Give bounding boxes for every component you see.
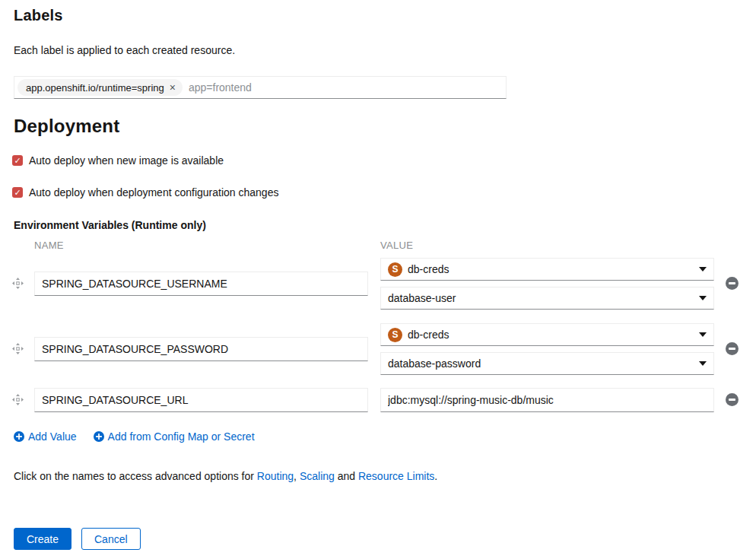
auto-deploy-image-label[interactable]: Auto deploy when new image is available: [29, 154, 224, 167]
chevron-down-icon: [699, 361, 707, 366]
env-resource-select[interactable]: S db-creds: [380, 258, 714, 281]
env-name-input[interactable]: [34, 272, 368, 296]
chevron-down-icon: [699, 332, 707, 337]
auto-deploy-config-row: ✓ Auto deploy when deployment configurat…: [12, 186, 278, 199]
drag-handle-icon[interactable]: [12, 343, 24, 354]
plus-circle-icon: [94, 431, 104, 442]
deployment-section-title: Deployment: [14, 116, 119, 137]
advanced-options-text: Click on the names to access advanced op…: [14, 470, 437, 482]
env-vars-title: Environment Variables (Runtime only): [14, 219, 206, 231]
add-from-config-map-label: Add from Config Map or Secret: [108, 430, 255, 443]
env-name-input[interactable]: [34, 337, 368, 361]
labels-tag-input[interactable]: app.openshift.io/runtime=spring ×: [14, 76, 507, 99]
scaling-link[interactable]: Scaling: [300, 470, 335, 482]
remove-tag-icon[interactable]: ×: [170, 82, 176, 93]
env-add-actions: Add Value Add from Config Map or Secret: [14, 430, 255, 443]
remove-env-var-button[interactable]: [726, 393, 739, 406]
drag-handle-icon[interactable]: [12, 394, 24, 405]
resource-limits-link[interactable]: Resource Limits: [358, 470, 434, 482]
labels-description: Each label is applied to each created re…: [14, 44, 235, 56]
add-value-link[interactable]: Add Value: [14, 430, 77, 443]
env-value-input[interactable]: [380, 388, 714, 412]
labels-text-input[interactable]: [189, 81, 503, 94]
cancel-button[interactable]: Cancel: [81, 528, 141, 550]
add-value-label: Add Value: [28, 430, 77, 443]
sentence-period: .: [434, 470, 437, 482]
chevron-down-icon: [699, 296, 707, 300]
secret-badge-icon: S: [388, 328, 402, 342]
secret-badge-icon: S: [388, 262, 402, 277]
env-value-column-header: VALUE: [380, 240, 413, 251]
deploy-image-form: Labels Each label is applied to each cre…: [0, 0, 756, 559]
advanced-options-prefix: Click on the names to access advanced op…: [14, 470, 257, 482]
comma-separator: ,: [294, 470, 300, 482]
auto-deploy-image-checkbox[interactable]: ✓: [12, 155, 23, 166]
labels-section-title: Labels: [14, 7, 63, 24]
remove-env-var-button[interactable]: [726, 342, 739, 355]
create-button[interactable]: Create: [14, 528, 71, 550]
drag-handle-icon[interactable]: [12, 278, 24, 289]
add-from-config-map-or-secret-link[interactable]: Add from Config Map or Secret: [94, 430, 255, 443]
remove-env-var-button[interactable]: [726, 277, 739, 290]
auto-deploy-image-row: ✓ Auto deploy when new image is availabl…: [12, 154, 224, 167]
env-resource-select[interactable]: S db-creds: [380, 323, 714, 346]
env-key-select[interactable]: database-password: [380, 352, 714, 375]
env-resource-selected: db-creds: [408, 263, 693, 275]
env-name-input[interactable]: [34, 388, 368, 412]
env-name-column-header: NAME: [34, 240, 64, 251]
env-resource-selected: db-creds: [408, 329, 693, 341]
auto-deploy-config-label[interactable]: Auto deploy when deployment configuratio…: [29, 186, 278, 199]
label-tag-text: app.openshift.io/runtime=spring: [26, 82, 164, 94]
label-tag-chip: app.openshift.io/runtime=spring ×: [17, 79, 183, 96]
auto-deploy-config-checkbox[interactable]: ✓: [12, 187, 23, 198]
routing-link[interactable]: Routing: [257, 470, 294, 482]
plus-circle-icon: [14, 431, 24, 442]
and-separator: and: [335, 470, 358, 482]
env-key-select[interactable]: database-user: [380, 287, 714, 310]
env-key-selected: database-password: [388, 357, 693, 370]
chevron-down-icon: [699, 267, 707, 272]
env-key-selected: database-user: [388, 292, 693, 304]
